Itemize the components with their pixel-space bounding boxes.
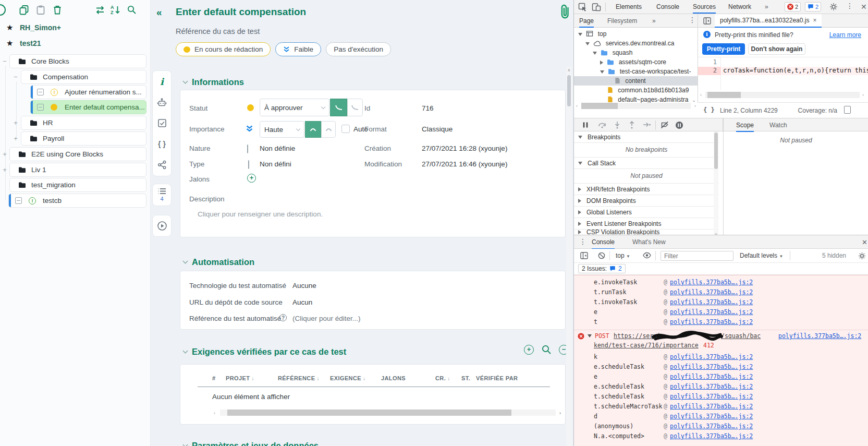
xhr-breakpoints-section[interactable]: XHR/fetch Breakpoints <box>574 184 719 195</box>
scroll-right-icon[interactable]: › <box>694 103 696 109</box>
partial-toolbar-icon[interactable] <box>0 4 6 16</box>
collapsed-arrow-icon[interactable] <box>600 61 603 65</box>
auto-checkbox[interactable] <box>341 125 350 133</box>
close-tab-icon[interactable]: × <box>813 17 816 24</box>
section-automatisation[interactable]: Automatisation <box>184 257 254 267</box>
source-link[interactable]: polyfills.377ba5b….js:2 <box>670 353 753 360</box>
source-link[interactable]: polyfills.377ba5b….js:2 <box>670 279 753 286</box>
automation-value[interactable]: Aucun <box>292 298 312 306</box>
editor-horizontal-scrollbar[interactable]: ‹ › <box>705 92 860 98</box>
column-header[interactable]: JALONS <box>381 375 406 381</box>
line-number[interactable]: 1 <box>698 58 717 66</box>
kebab-menu-icon[interactable]: ⋮ <box>689 16 696 24</box>
doc-icon[interactable] <box>844 106 851 114</box>
tree-item-folder-assets[interactable]: assets/sqtm-core <box>574 57 666 67</box>
device-toolbar-icon[interactable] <box>592 3 601 11</box>
tab-sources[interactable]: Sources <box>693 0 716 14</box>
expanded-arrow-icon[interactable] <box>578 33 582 36</box>
event-listener-breakpoints-section[interactable]: Event Listener Breakpoints <box>574 218 719 230</box>
global-listeners-section[interactable]: Global Listeners <box>574 207 719 218</box>
source-link[interactable]: polyfills.377ba5b….js:2 <box>670 373 753 380</box>
dom-breakpoints-section[interactable]: DOM Breakpoints <box>574 195 719 207</box>
tree-item-domain[interactable]: services.dev.montreal.ca <box>574 39 675 48</box>
section-informations[interactable]: Informations <box>184 77 244 87</box>
step-out-icon[interactable] <box>628 121 635 129</box>
expanded-arrow-icon[interactable] <box>593 52 597 55</box>
tree-node-testcase-selected[interactable]: Enter default compensa... <box>30 100 146 114</box>
tab-parameters[interactable]: { } <box>153 134 171 154</box>
hidden-messages-count[interactable]: 5 hidden <box>822 252 846 259</box>
scroll-left-icon[interactable]: ‹ <box>700 92 702 98</box>
favorite-star-icon[interactable]: ★ <box>6 23 13 32</box>
tree-node-folder[interactable]: Compensation <box>21 70 146 84</box>
column-header[interactable]: ST. <box>461 375 470 381</box>
delete-icon[interactable] <box>52 5 63 15</box>
statut-select[interactable]: À approuver <box>260 99 329 116</box>
source-link[interactable]: polyfills.377ba5b….js:2 <box>778 332 861 340</box>
issues-button[interactable]: 2 Issues: 2 <box>578 264 626 273</box>
close-drawer-icon[interactable]: ✕ <box>862 238 867 246</box>
scroll-right-icon[interactable]: › <box>862 92 864 98</box>
more-tabs-icon[interactable]: » <box>765 0 768 14</box>
tab-whats-new[interactable]: What's New <box>632 235 666 249</box>
source-link[interactable]: polyfills.377ba5b….js:2 <box>670 308 753 316</box>
automation-value[interactable]: Aucune <box>292 282 316 290</box>
scrollbar-thumb[interactable] <box>714 132 718 169</box>
call-stack-section-header[interactable]: Call Stack <box>574 158 719 169</box>
tab-network[interactable]: Network <box>728 0 751 14</box>
scroll-left-icon[interactable]: ‹ <box>576 103 578 109</box>
tree-node-folder[interactable]: Payroll <box>21 131 146 146</box>
kebab-menu-icon[interactable]: ⋮ <box>579 237 586 246</box>
tab-page[interactable]: Page <box>579 14 594 28</box>
source-link[interactable]: polyfills.377ba5b….js:2 <box>670 432 753 440</box>
favorite-project-test21[interactable]: test21 <box>20 39 41 47</box>
search-icon[interactable] <box>127 5 137 15</box>
scroll-right-icon[interactable]: › <box>559 410 561 416</box>
context-selector[interactable]: top ▼ <box>616 252 630 259</box>
tree-item-file-default-pages[interactable]: default~pages-administra ⌄ <box>574 95 695 103</box>
source-link[interactable]: polyfills.377ba5b….js:2 <box>670 423 753 430</box>
clear-console-icon[interactable] <box>598 252 605 259</box>
automation-value[interactable]: (Cliquer pour éditer...) <box>292 315 361 322</box>
collapse-node-icon[interactable]: − <box>2 58 8 65</box>
tree-node-folder[interactable]: Core Blocks <box>9 54 146 68</box>
sort-az-icon[interactable]: AZ <box>110 4 121 16</box>
scrollbar-thumb[interactable] <box>227 409 511 416</box>
confirm-button[interactable] <box>305 121 321 138</box>
section-parametres[interactable]: Paramètres et jeux de données <box>184 441 319 446</box>
scrollbar-thumb[interactable] <box>567 75 571 106</box>
attachments-icon[interactable] <box>559 4 571 20</box>
scroll-up-icon[interactable]: ∧ <box>566 67 572 74</box>
tree-item-folder-test-case-workspace[interactable]: test-case-workspace/test- <box>574 67 691 76</box>
cancel-button[interactable] <box>347 99 363 116</box>
description-placeholder[interactable]: Cliquer pour renseigner une description. <box>198 210 323 218</box>
tree-item-file-common[interactable]: common.b1b8d16b013a9 <box>574 86 689 95</box>
navigator-toggle-icon[interactable] <box>703 17 711 25</box>
error-line-gutter[interactable]: 2 <box>698 67 721 75</box>
tree-node-testcase[interactable]: ! testcb <box>8 194 146 208</box>
copy-icon[interactable] <box>19 5 29 15</box>
column-header[interactable]: CR.↓ <box>435 375 450 381</box>
confirm-button[interactable] <box>330 99 347 116</box>
favorite-star-icon[interactable]: ★ <box>6 39 13 48</box>
swap-arrows-icon[interactable] <box>94 5 106 15</box>
search-requirements-icon[interactable] <box>541 344 552 355</box>
nav-horizontal-scrollbar[interactable]: ‹ › <box>581 103 691 109</box>
request-url-end[interactable]: /squash/bac <box>721 332 761 340</box>
code-line[interactable]: croTask=function(e,t,r,n,o){return this.… <box>722 67 868 75</box>
tree-item-file-content-selected[interactable]: content <box>574 76 698 86</box>
tab-automation[interactable] <box>153 92 171 113</box>
learn-more-link[interactable]: Learn more <box>829 31 861 39</box>
expand-node-icon[interactable]: + <box>13 120 19 126</box>
tree-item-folder-squash[interactable]: squash <box>574 48 632 57</box>
pause-script-icon[interactable] <box>582 122 589 128</box>
tab-executions[interactable] <box>152 215 172 237</box>
source-link[interactable]: polyfills.377ba5b….js:2 <box>670 403 753 410</box>
tree-node-folder[interactable]: Liv 1 <box>9 163 146 177</box>
kebab-menu-icon[interactable]: ⋮ <box>846 2 853 10</box>
expand-node-icon[interactable]: + <box>13 136 19 142</box>
paste-icon[interactable] <box>35 5 46 15</box>
importance-select[interactable]: Haute <box>260 121 304 138</box>
tab-scope[interactable]: Scope <box>736 118 754 132</box>
column-header[interactable]: # <box>212 375 216 381</box>
